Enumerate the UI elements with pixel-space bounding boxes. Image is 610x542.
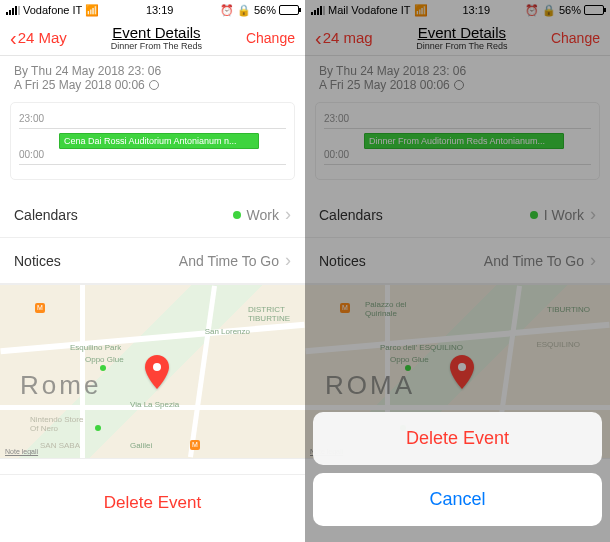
- map-pin-icon: [145, 355, 169, 393]
- signal-icon: [6, 6, 20, 15]
- chevron-right-icon: ›: [590, 250, 596, 271]
- signal-icon: [311, 6, 325, 15]
- map-pin-icon: [450, 355, 474, 393]
- map-label: Palazzo delQuirinale: [365, 300, 406, 318]
- svg-point-1: [458, 363, 466, 371]
- status-time: 13:19: [463, 4, 491, 16]
- notice-value: And Time To Go: [179, 253, 279, 269]
- metro-icon: M: [35, 303, 45, 313]
- chevron-right-icon: ›: [285, 250, 291, 271]
- notice-label: Notices: [319, 253, 366, 269]
- battery-icon: [279, 5, 299, 15]
- timeline[interactable]: 23:00 Dinner From Auditorium Reds Antoni…: [315, 102, 600, 180]
- start-date: By Thu 24 May 2018 23: 06: [14, 64, 161, 78]
- carrier-label: Mail Vodafone IT: [328, 4, 411, 16]
- notice-row[interactable]: Notices And Time To Go›: [305, 238, 610, 284]
- date-range: By Thu 24 May 2018 23: 06 A Fri 25 May 2…: [305, 56, 610, 96]
- alarm-icon: ⏰: [220, 4, 234, 17]
- calendars-value: I Work: [544, 207, 584, 223]
- end-date: A Fri 25 May 2018 00:06: [319, 78, 450, 92]
- back-label: 24 May: [18, 29, 67, 46]
- map-city: ROMA: [325, 370, 415, 401]
- notice-value: And Time To Go: [484, 253, 584, 269]
- map-label: Nintendo StoreOf Nero: [30, 415, 83, 433]
- start-date: By Thu 24 May 2018 23: 06: [319, 64, 466, 78]
- map-label: Galilei: [130, 441, 152, 450]
- dot-icon: [530, 211, 538, 219]
- nav-bar: ‹ 24 May Event Details Dinner From The R…: [0, 20, 305, 56]
- timeline[interactable]: 23:00 Cena Dai Rossi Auditorium Antonian…: [10, 102, 295, 180]
- calendars-label: Calendars: [319, 207, 383, 223]
- battery-icon: [584, 5, 604, 15]
- screenshot-left: Vodafone IT 📶 13:19 ⏰ 🔒 56% ‹ 24 May Eve…: [0, 0, 305, 542]
- lock-icon: 🔒: [237, 4, 251, 17]
- event-block[interactable]: Cena Dai Rossi Auditorium Antonianum n..…: [59, 133, 259, 149]
- change-button[interactable]: Change: [551, 30, 600, 46]
- map-view[interactable]: DISTRICTTIBURTINE San Lorenzo Esquilino …: [0, 284, 305, 459]
- carrier-label: Vodafone IT: [23, 4, 82, 16]
- status-bar: Vodafone IT 📶 13:19 ⏰ 🔒 56%: [0, 0, 305, 20]
- cancel-button[interactable]: Cancel: [313, 473, 602, 526]
- hour-label: 00:00: [324, 149, 591, 160]
- status-time: 13:19: [146, 4, 174, 16]
- hour-label: 23:00: [324, 113, 591, 124]
- back-button[interactable]: ‹ 24 May: [10, 28, 67, 48]
- map-label: DISTRICTTIBURTINE: [248, 305, 290, 323]
- lock-icon: 🔒: [542, 4, 556, 17]
- event-block[interactable]: Dinner From Auditorium Reds Antonianum..…: [364, 133, 564, 149]
- battery-label: 56%: [559, 4, 581, 16]
- date-range: By Thu 24 May 2018 23: 06 A Fri 25 May 2…: [0, 56, 305, 96]
- map-label: San Lorenzo: [205, 327, 250, 336]
- back-button[interactable]: ‹ 24 mag: [315, 28, 373, 48]
- status-bar: Mail Vodafone IT 📶 13:19 ⏰ 🔒 56%: [305, 0, 610, 20]
- calendars-row[interactable]: Calendars I Work›: [305, 192, 610, 238]
- notice-row[interactable]: Notices And Time To Go›: [0, 238, 305, 284]
- change-button[interactable]: Change: [246, 30, 295, 46]
- battery-label: 56%: [254, 4, 276, 16]
- back-label: 24 mag: [323, 29, 373, 46]
- map-label: TIBURTINO: [547, 305, 590, 314]
- page-subtitle: Dinner From The Reds: [416, 41, 507, 51]
- map-label: Esquilino Park: [70, 343, 121, 352]
- screenshot-right: Mail Vodafone IT 📶 13:19 ⏰ 🔒 56% ‹ 24 ma…: [305, 0, 610, 542]
- map-label: ESQUILINO: [536, 340, 580, 349]
- page-subtitle: Dinner From The Reds: [111, 41, 202, 51]
- map-label: Parco dell' ESQUILINO: [380, 343, 463, 352]
- delete-event-button[interactable]: Delete Event: [313, 412, 602, 465]
- map-label: Oppo Glue: [85, 355, 124, 364]
- svg-point-0: [153, 363, 161, 371]
- chevron-left-icon: ‹: [10, 28, 17, 48]
- metro-icon: M: [340, 303, 350, 313]
- dot-icon: [233, 211, 241, 219]
- action-sheet: Delete Event Cancel: [313, 412, 602, 534]
- delete-event-button[interactable]: Delete Event: [0, 474, 305, 531]
- chevron-right-icon: ›: [590, 204, 596, 225]
- page-title: Event Details: [111, 24, 202, 41]
- hour-label: 00:00: [19, 149, 286, 160]
- map-label: SAN SABA: [40, 441, 80, 450]
- metro-icon: M: [190, 440, 200, 450]
- map-city: Rome: [20, 370, 101, 401]
- chevron-right-icon: ›: [285, 204, 291, 225]
- page-title: Event Details: [416, 24, 507, 41]
- clock-icon: [454, 80, 464, 90]
- clock-icon: [149, 80, 159, 90]
- map-legal[interactable]: Note legali: [5, 448, 38, 455]
- calendars-label: Calendars: [14, 207, 78, 223]
- end-date: A Fri 25 May 2018 00:06: [14, 78, 145, 92]
- hour-label: 23:00: [19, 113, 286, 124]
- calendars-value: Work: [247, 207, 279, 223]
- map-label: Via La Spezia: [130, 400, 179, 409]
- alarm-icon: ⏰: [525, 4, 539, 17]
- map-label: Oppo Glue: [390, 355, 429, 364]
- calendars-row[interactable]: Calendars Work›: [0, 192, 305, 238]
- chevron-left-icon: ‹: [315, 28, 322, 48]
- nav-bar: ‹ 24 mag Event Details Dinner From The R…: [305, 20, 610, 56]
- notice-label: Notices: [14, 253, 61, 269]
